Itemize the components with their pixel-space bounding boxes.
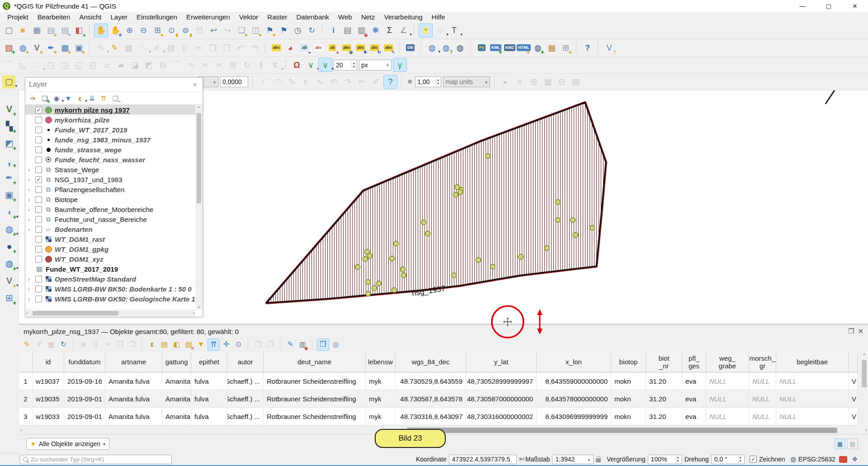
menu-layer[interactable]: Layer	[106, 12, 132, 22]
width-units-combobox[interactable]: map units∨	[443, 76, 490, 87]
layer-item-wt-dgm1-gpkg[interactable]: WT_DGM1_gpkg	[25, 244, 195, 254]
attr-close-icon[interactable]: ✕	[858, 327, 863, 335]
column-header-artname[interactable]: artname	[105, 352, 162, 372]
menu-einstellungen[interactable]: Einstellungen	[132, 12, 182, 22]
layer-visibility-checkbox[interactable]: ✓	[35, 107, 42, 113]
menu-erweiterungen[interactable]: Erweiterungen	[182, 12, 235, 22]
layer-item-feuchte-und-nasse-bereiche[interactable]: ›⧉Feuchte_und_nasse_Bereiche	[25, 214, 195, 224]
add-layer-definition-button[interactable]: ◍★	[16, 41, 29, 54]
expand-arrow-icon[interactable]: ›	[28, 166, 35, 173]
export-kml-button[interactable]: KML✚	[489, 41, 502, 54]
enable-snapping-button[interactable]: Ω	[290, 58, 303, 71]
column-header-pfl_ges[interactable]: pfl_ ges	[682, 352, 706, 372]
color-palette-button[interactable]: ▦	[545, 41, 558, 54]
cell-rowno[interactable]: 2	[19, 390, 33, 407]
new-spatial-bookmark-button[interactable]: ⚑★	[263, 24, 276, 37]
pan-to-selection-button[interactable]: ✋✚	[109, 24, 122, 37]
temporal-controller-button[interactable]: ◷	[291, 24, 304, 37]
cell-begleitbae[interactable]: NULL	[776, 390, 849, 407]
label-highlight-button[interactable]: abc	[312, 41, 325, 54]
snapping-tolerance-spinbox[interactable]: 20▴▾	[334, 60, 357, 71]
move-label-button[interactable]: abc✚	[354, 41, 367, 54]
add-raster-layer-button[interactable]: ▚✚	[2, 119, 17, 133]
zoom-full-button[interactable]: ⊞★	[151, 24, 164, 37]
layer-item-wms-lgrb-bw-gk50-geologische-karte-1[interactable]: ›WMS LGRB-BW GK50: Geologische Karte 1	[25, 294, 195, 304]
cell-deut_name[interactable]: Rotbrauner Scheidenstreifling	[264, 408, 366, 425]
pin-unpin-labels-button[interactable]: ab▸	[326, 41, 339, 54]
select-all-button[interactable]: ▤	[159, 339, 170, 350]
menu-raster[interactable]: Raster	[263, 12, 292, 22]
messages-icon[interactable]: ···	[839, 456, 847, 463]
cell-rowno[interactable]: 1	[19, 372, 33, 390]
layer-item-funde-nsg-1983-minus-1937[interactable]: funde_nsg_1983_minus_1937	[25, 135, 195, 145]
crs-indicator[interactable]: EPSG:25832	[798, 456, 835, 463]
layer-visibility-checkbox[interactable]	[35, 166, 42, 173]
rotate-label-button[interactable]: abc↻	[368, 41, 381, 54]
new-scratch-layer-button[interactable]: ▩★	[58, 41, 71, 54]
cell-next[interactable]: V	[849, 372, 858, 390]
layer-item-funde-feucht-nass-wasser[interactable]: Funde_feucht_nass_wasser	[25, 155, 195, 165]
column-header-deut_name[interactable]: deut_name	[264, 352, 366, 372]
spin-arrows-icon[interactable]: ▴▾	[676, 456, 679, 463]
cell-funddatum[interactable]: 2019-09-01	[64, 408, 105, 425]
cell-id[interactable]: w19037	[33, 372, 64, 390]
add-spatialite-layer-button[interactable]: ✒✚	[2, 170, 17, 185]
layer-visibility-checkbox[interactable]: ✓	[35, 176, 42, 183]
toggle-editing-button[interactable]: ✎	[108, 41, 121, 54]
layer-item-strasse-wege[interactable]: ›⧉Strasse_Wege	[25, 165, 195, 174]
cell-autor[interactable]: (Schaeff.) ...	[227, 390, 264, 407]
scroll-thumb[interactable]	[407, 428, 837, 433]
close-button[interactable]: ✕	[842, 0, 868, 12]
cell-epithet[interactable]: fulva	[191, 372, 227, 390]
cell-biotop[interactable]: mokn	[611, 408, 646, 425]
layer-item-pflanzengesellschaften[interactable]: ›⧉Pflanzengesellschaften	[25, 184, 195, 194]
filter-legend-button[interactable]: ▼	[63, 93, 74, 104]
magnifier-spinbox[interactable]: 100% ▴▾	[648, 455, 682, 464]
show-statistics-button[interactable]: Σ	[383, 24, 396, 37]
cell-rowno[interactable]: 3	[19, 408, 33, 425]
layer-visibility-checkbox[interactable]	[35, 196, 42, 203]
layer-diagram-button[interactable]: ◕	[284, 41, 297, 54]
cad-construction-help-button[interactable]: ?	[383, 75, 397, 89]
expand-arrow-icon[interactable]: ›	[28, 276, 35, 282]
spin-arrows-icon[interactable]: ▴▾	[738, 456, 741, 463]
cell-y_lat[interactable]: 48,730528999999997	[466, 372, 537, 390]
new-virtual-layer-button[interactable]: ▣★	[72, 41, 85, 54]
new-3d-map-view-button[interactable]: ◫★	[249, 24, 262, 37]
cell-id[interactable]: w19033	[33, 408, 64, 425]
menu-vektor[interactable]: Vektor	[235, 12, 263, 22]
add-virtual-layer-button[interactable]: ▣✚	[2, 188, 17, 202]
spin-arrows-icon[interactable]: ▴▾	[352, 61, 355, 69]
add-delimited-text-layer-button[interactable]: ,✚	[2, 153, 17, 168]
remove-layer-button[interactable]: ❏−	[110, 93, 121, 104]
layer-item-mykorrh-pilze-nsg-1937[interactable]: ✓mykorrh pilze nsg 1937	[25, 105, 195, 115]
add-vector-layer-button[interactable]: V✚	[2, 102, 17, 116]
new-geopackage-layer-button[interactable]: ✒★	[44, 41, 57, 54]
zoom-to-selection-button[interactable]: ⊙	[233, 339, 244, 350]
style-manager-button[interactable]: ◧a	[72, 24, 85, 37]
export-html-button[interactable]: HTML★	[517, 41, 530, 54]
layers-panel-close-icon[interactable]: ✕	[191, 81, 199, 88]
snapping-type-button[interactable]: ∨▾	[318, 58, 332, 72]
layer-visibility-checkbox[interactable]	[35, 286, 42, 292]
scroll-left-arrow[interactable]: ‹	[26, 311, 28, 315]
cell-artname[interactable]: Amanita fulva	[105, 408, 162, 425]
cell-epithet[interactable]: fulva	[191, 408, 227, 425]
menu-web[interactable]: Web	[334, 12, 357, 22]
show-layout-manager-button[interactable]: ▤✎	[58, 24, 71, 37]
new-geopackage-table-button[interactable]: ⊞✚	[2, 291, 17, 305]
search-layers-button[interactable]: ◍?	[439, 41, 453, 54]
column-header-gattung[interactable]: gattung	[162, 352, 191, 372]
add-wfs-layer-button[interactable]: ◍✚▾	[2, 256, 17, 271]
zoom-last-button[interactable]: ↩	[207, 24, 220, 37]
cell-deut_name[interactable]: Rotbrauner Scheidenstreifling	[264, 372, 366, 390]
cell-lebensw[interactable]: myk	[366, 372, 396, 390]
show-hidden-labels-button[interactable]: abc◉	[340, 41, 353, 54]
scroll-thumb[interactable]	[33, 311, 118, 315]
cell-id[interactable]: w19035	[33, 390, 64, 407]
layer-item-funde-strasse-wege[interactable]: funde_strasse_wege	[25, 145, 195, 155]
column-header-id[interactable]: id	[33, 352, 64, 372]
locator-search-input[interactable]: Zu suchender Typ (Strg+K)	[20, 455, 172, 464]
help-button[interactable]: ?	[581, 41, 594, 54]
lock-icon[interactable]	[596, 458, 601, 462]
